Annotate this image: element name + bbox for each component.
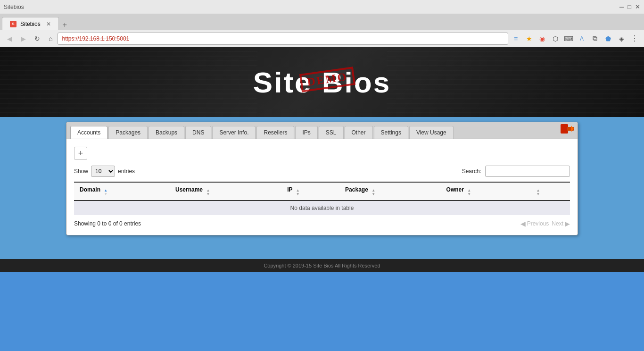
bottom-space xyxy=(0,240,644,259)
title-bar: Sitebios ─ □ ✕ xyxy=(0,0,644,14)
table-controls: Show 10 25 50 100 entries Search: xyxy=(74,166,570,177)
tab-accounts[interactable]: Accounts xyxy=(70,126,107,139)
site-logo: Site Bios DEMO xyxy=(253,66,391,99)
search-input[interactable] xyxy=(485,166,570,177)
no-data-cell: No data available in table xyxy=(74,201,570,215)
main-area: Accounts Packages Backups DNS Server Inf… xyxy=(0,117,644,240)
tab-favicon: S xyxy=(10,21,17,27)
chrome-icon[interactable]: ◉ xyxy=(537,33,548,44)
next-arrow-icon: ▶ xyxy=(565,220,570,227)
accounts-table: Domain ▲ ▼ Username ▲ ▼ xyxy=(74,182,570,215)
col-package[interactable]: Package ▲ ▼ xyxy=(339,182,440,201)
maximize-button[interactable]: □ xyxy=(627,3,631,10)
tab-server-info[interactable]: Server Info. xyxy=(212,126,256,139)
previous-label: Previous xyxy=(527,220,549,227)
previous-button[interactable]: ◀ Previous xyxy=(520,220,549,227)
username-sort-icon: ▲ ▼ xyxy=(206,189,210,196)
page-footer: Copyright © 2019-15 Site Bios All Rights… xyxy=(0,259,644,272)
next-label: Next xyxy=(552,220,563,227)
main-panel: Accounts Packages Backups DNS Server Inf… xyxy=(66,122,578,235)
col-username[interactable]: Username ▲ ▼ xyxy=(170,182,281,201)
translate-icon[interactable]: A xyxy=(576,33,587,44)
tab-packages[interactable]: Packages xyxy=(108,126,148,139)
tab-ssl[interactable]: SSL xyxy=(319,126,344,139)
tab-title: Sitebios xyxy=(20,21,41,27)
package-sort-icon: ▲ ▼ xyxy=(372,189,375,196)
col-actions[interactable]: ▲ ▼ xyxy=(528,182,570,201)
menu-button[interactable]: ⋮ xyxy=(629,33,640,44)
extensions-icon[interactable]: ≡ xyxy=(510,33,521,44)
close-button[interactable]: ✕ xyxy=(635,3,640,10)
back-button[interactable]: ◀ xyxy=(4,33,16,45)
reload-button[interactable]: ↻ xyxy=(31,33,43,45)
ip-sort-icon: ▲ ▼ xyxy=(296,189,300,196)
table-header-row: Domain ▲ ▼ Username ▲ ▼ xyxy=(74,182,570,201)
show-entries-control: Show 10 25 50 100 entries xyxy=(74,166,135,177)
window-title: Sitebios xyxy=(4,4,24,10)
title-bar-left: Sitebios xyxy=(4,4,24,10)
plugin-icon2[interactable]: ⬟ xyxy=(603,33,614,44)
footer-copyright: Copyright © 2019-15 Site Bios All Rights… xyxy=(264,263,380,268)
keyboard-icon[interactable]: ⌨ xyxy=(563,33,574,44)
bookmark-icon[interactable]: ★ xyxy=(523,33,535,44)
tab-backups[interactable]: Backups xyxy=(149,126,184,139)
logo-container: Site Bios DEMO xyxy=(253,66,391,99)
owner-sort-icon: ▲ ▼ xyxy=(467,189,471,196)
nav-bar: ◀ ▶ ↻ ⌂ ≡ ★ ◉ ⬡ ⌨ A ⧉ ⬟ ◈ ⋮ xyxy=(0,30,644,47)
address-bar[interactable] xyxy=(58,33,508,45)
site-logo-text: Site Bios xyxy=(253,66,391,99)
tab-view-usage[interactable]: View Usage xyxy=(409,126,454,139)
entries-label: entries xyxy=(118,168,135,175)
entries-select[interactable]: 10 25 50 100 xyxy=(91,166,115,177)
home-button[interactable]: ⌂ xyxy=(45,33,56,45)
col-domain[interactable]: Domain ▲ ▼ xyxy=(74,182,170,201)
tab-bar: S Sitebios ✕ + xyxy=(0,14,644,30)
tab-navigation: Accounts Packages Backups DNS Server Inf… xyxy=(66,122,578,139)
col-owner[interactable]: Owner ▲ ▼ xyxy=(441,182,529,201)
showing-text: Showing 0 to 0 of 0 entries xyxy=(74,220,141,227)
logout-icon xyxy=(561,123,574,134)
next-button[interactable]: Next ▶ xyxy=(552,220,570,227)
search-area: Search: xyxy=(462,166,570,177)
show-label: Show xyxy=(74,168,88,175)
logout-button[interactable] xyxy=(561,123,574,136)
svg-rect-0 xyxy=(561,124,568,134)
tab-other[interactable]: Other xyxy=(345,126,373,139)
minimize-button[interactable]: ─ xyxy=(619,3,624,10)
page-background: Site Bios DEMO Accounts Packages Backups… xyxy=(0,47,644,259)
new-tab-button[interactable]: + xyxy=(59,20,71,30)
window-controls: ─ □ ✕ xyxy=(619,3,640,10)
pagination: Showing 0 to 0 of 0 entries ◀ Previous N… xyxy=(74,220,570,227)
panel-body: + Show 10 25 50 100 entries xyxy=(66,139,578,235)
nav-icons: ≡ ★ ◉ ⬡ ⌨ A ⧉ ⬟ ◈ ⋮ xyxy=(510,33,640,44)
plugin-icon3[interactable]: ◈ xyxy=(616,33,627,44)
site-header: Site Bios DEMO xyxy=(0,47,644,117)
tab-settings[interactable]: Settings xyxy=(374,126,408,139)
no-data-row: No data available in table xyxy=(74,201,570,215)
domain-sort-icon: ▲ ▼ xyxy=(104,189,107,196)
page-buttons: ◀ Previous Next ▶ xyxy=(520,220,570,227)
plugin-icon1[interactable]: ⬡ xyxy=(550,33,561,44)
search-label: Search: xyxy=(462,168,481,175)
browser-tab-sitebios[interactable]: S Sitebios ✕ xyxy=(2,17,59,30)
tab-dns[interactable]: DNS xyxy=(185,126,211,139)
previous-arrow-icon: ◀ xyxy=(520,220,526,227)
svg-marker-2 xyxy=(571,125,574,132)
tab-ips[interactable]: IPs xyxy=(295,126,317,139)
col-ip[interactable]: IP ▲ ▼ xyxy=(281,182,339,201)
actions-sort-icon: ▲ ▼ xyxy=(536,189,540,196)
tab-resellers[interactable]: Resellers xyxy=(256,126,294,139)
toolbar: + xyxy=(74,147,570,160)
forward-button[interactable]: ▶ xyxy=(17,33,29,45)
tab-close-button[interactable]: ✕ xyxy=(46,21,51,27)
add-account-button[interactable]: + xyxy=(74,147,87,160)
layers-icon[interactable]: ⧉ xyxy=(589,33,601,44)
